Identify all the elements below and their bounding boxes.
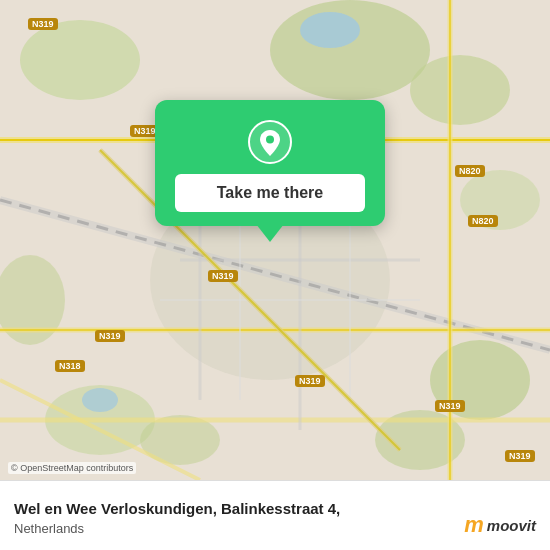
svg-point-10 — [300, 12, 360, 48]
road-label-n319-7: N319 — [505, 450, 535, 462]
place-name: Wel en Wee Verloskundigen, Balinkesstraa… — [14, 499, 340, 519]
place-country: Netherlands — [14, 521, 340, 536]
svg-point-3 — [410, 55, 510, 125]
moovit-m-letter: m — [464, 512, 483, 538]
svg-point-11 — [82, 388, 118, 412]
moovit-brand-text: moovit — [487, 517, 536, 534]
road-label-n319-1: N319 — [28, 18, 58, 30]
road-label-n319-4: N319 — [95, 330, 125, 342]
map-container: N319 N319 N820 N820 N319 N319 N318 N319 … — [0, 0, 550, 480]
map-attribution: © OpenStreetMap contributors — [8, 462, 136, 474]
svg-point-1 — [20, 20, 140, 100]
location-popup: Take me there — [155, 100, 385, 226]
road-label-n319-3: N319 — [208, 270, 238, 282]
road-label-n318: N318 — [55, 360, 85, 372]
road-label-n820-1: N820 — [455, 165, 485, 177]
svg-point-2 — [270, 0, 430, 100]
road-label-n319-5: N319 — [295, 375, 325, 387]
svg-point-33 — [266, 136, 274, 144]
road-label-n820-2: N820 — [468, 215, 498, 227]
road-label-n319-6: N319 — [435, 400, 465, 412]
bottom-bar: Wel en Wee Verloskundigen, Balinkesstraa… — [0, 480, 550, 550]
moovit-logo: m moovit — [464, 512, 536, 538]
take-me-there-button[interactable]: Take me there — [175, 174, 365, 212]
location-pin-icon — [248, 120, 292, 164]
